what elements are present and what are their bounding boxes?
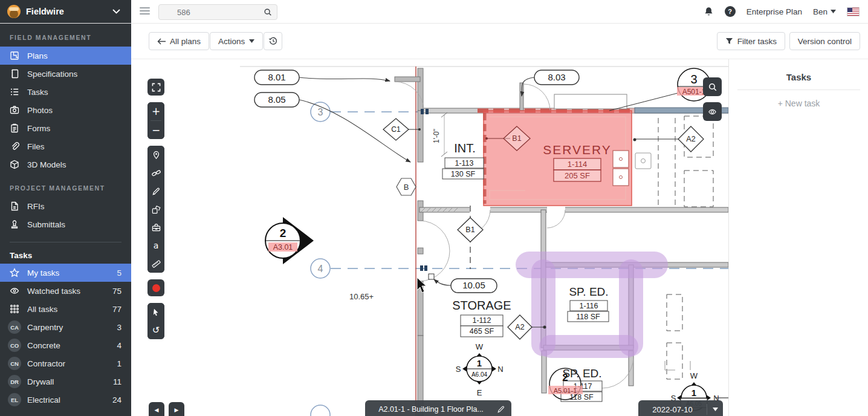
room-label-storage: STORAGE: [452, 299, 511, 312]
sidebar-item-rfis[interactable]: RFIs: [0, 197, 131, 215]
zoom-out-button[interactable]: −: [147, 121, 164, 139]
undo-icon: ↺: [152, 326, 160, 335]
stamp-icon: [10, 219, 19, 229]
pin-tool-button[interactable]: [147, 146, 164, 164]
all-plans-button[interactable]: All plans: [149, 32, 209, 50]
link-tool-button[interactable]: [147, 164, 164, 182]
room-number-servery: 1-114: [568, 160, 587, 169]
version-control-button[interactable]: Version control: [789, 32, 860, 50]
sidebar-item-carpentry[interactable]: CA Carpentry 3: [0, 318, 131, 336]
tasks-panel-title: Tasks: [729, 72, 868, 82]
top-bar: Fieldwire ? Enterprise Plan Ben: [0, 0, 868, 24]
count-badge: 1: [117, 359, 121, 368]
plan-viewer[interactable]: B1 SERVERY 1-114 205 SF A2 INT. 1-113 13…: [131, 59, 728, 416]
fullscreen-icon: [152, 83, 161, 92]
count-badge: 11: [113, 377, 121, 386]
sidebar-item-submittals[interactable]: Submittals: [0, 215, 131, 233]
sidebar-item-forms[interactable]: Forms: [0, 119, 131, 137]
all-plans-label: All plans: [170, 37, 201, 46]
user-menu[interactable]: Ben: [813, 7, 836, 16]
sidebar-item-photos[interactable]: Photos: [0, 101, 131, 119]
svg-text:2: 2: [280, 227, 287, 239]
grid-bubble-4-label: 4: [318, 264, 323, 274]
edit-pencil-icon[interactable]: [497, 405, 505, 414]
shapes-tool-button[interactable]: [147, 200, 164, 218]
section-field-management: FIELD MANAGEMENT: [0, 23, 131, 47]
plan-badge: Enterprise Plan: [747, 7, 802, 16]
sidebar-item-contractor[interactable]: CN Contractor 1: [0, 354, 131, 372]
zoom-in-button[interactable]: +: [147, 102, 164, 120]
new-task-button[interactable]: + New task: [729, 99, 868, 108]
sidebar-item-electrical[interactable]: EL Electrical 24: [0, 391, 131, 409]
caret-down-icon: [831, 10, 836, 13]
language-flag-icon[interactable]: [847, 7, 860, 16]
toggle-visibility-button[interactable]: [703, 102, 722, 121]
room-number-storage: 1-112: [472, 316, 491, 325]
sidebar-item-drywall[interactable]: DR Drywall 11: [0, 372, 131, 391]
section-project-management: PROJECT MANAGEMENT: [0, 174, 131, 197]
toolbox-button[interactable]: [147, 218, 164, 236]
tasks-list-icon: [10, 87, 19, 97]
category-badge: EL: [8, 393, 21, 406]
sidebar-item-label: Carpentry: [27, 323, 63, 332]
count-badge: 24: [112, 395, 121, 405]
text-tool-button[interactable]: a: [147, 236, 164, 255]
sidebar-item-3d-models[interactable]: 3D Models: [0, 155, 131, 174]
room-label-int: INT.: [454, 141, 476, 155]
sheet-nav: ◀ ▶: [149, 402, 184, 416]
plan-search-button[interactable]: [703, 77, 722, 96]
search-input[interactable]: [159, 7, 263, 18]
eye-icon: [10, 286, 19, 296]
sidebar-item-concrete[interactable]: CO Concrete 4: [0, 336, 131, 354]
sidebar-item-plans[interactable]: Plans: [0, 47, 131, 65]
svg-text:8.05: 8.05: [268, 94, 285, 105]
compass-marker-a604[interactable]: 1 A6.04 W S N E: [456, 342, 504, 397]
brand-menu[interactable]: Fieldwire: [0, 0, 131, 23]
history-button[interactable]: [264, 32, 282, 50]
filter-funnel-icon: [725, 37, 733, 45]
measure-tool-button[interactable]: [147, 255, 164, 273]
location-pin-icon: [152, 151, 161, 160]
next-sheet-button[interactable]: ▶: [169, 402, 184, 416]
fullscreen-button[interactable]: [147, 79, 164, 96]
sidebar: FIELD MANAGEMENT Plans Specifications Ta…: [0, 23, 131, 416]
prev-sheet-button[interactable]: ◀: [149, 402, 164, 416]
sidebar-item-label: Photos: [27, 106, 53, 115]
sidebar-item-all-tasks[interactable]: All tasks 77: [0, 300, 131, 318]
undo-button[interactable]: ↺: [147, 321, 164, 339]
link-icon: [152, 169, 161, 178]
magnifier-icon: [708, 82, 717, 92]
sidebar-item-files[interactable]: Files: [0, 137, 131, 155]
svg-text:N: N: [497, 365, 503, 374]
caret-down-icon: [713, 408, 718, 411]
cursor-icon: [152, 308, 160, 317]
section-marker-a301[interactable]: 2 A3.01: [265, 217, 314, 264]
sidebar-item-label: Concrete: [27, 341, 60, 350]
svg-text:C1: C1: [391, 125, 401, 134]
hamburger-menu-icon[interactable]: [140, 7, 150, 16]
record-button[interactable]: [147, 279, 164, 296]
svg-text:W: W: [476, 342, 484, 351]
notifications-bell-icon[interactable]: [704, 6, 714, 17]
search-icon[interactable]: [264, 8, 272, 16]
category-badge: DR: [8, 375, 21, 388]
sheet-title-pill[interactable]: A2.01-1 - Building 1 Floor Pla...: [365, 400, 511, 416]
floor-plan-svg: B1 SERVERY 1-114 205 SF A2 INT. 1-113 13…: [131, 59, 728, 416]
select-tool-button[interactable]: [147, 303, 164, 321]
version-date-dropdown[interactable]: [707, 408, 723, 411]
sidebar-item-specifications[interactable]: Specifications: [0, 65, 131, 83]
filter-tasks-button[interactable]: Filter tasks: [717, 32, 785, 50]
help-icon[interactable]: ?: [725, 6, 736, 17]
svg-text:E: E: [477, 388, 482, 397]
actions-button[interactable]: Actions: [210, 32, 263, 50]
sidebar-item-tasks[interactable]: Tasks: [0, 83, 131, 101]
minus-icon: −: [152, 125, 160, 135]
elevation-text: 10.65+: [349, 292, 374, 301]
pen-tool-button[interactable]: [147, 182, 164, 200]
version-date-pill[interactable]: 2022-07-10: [638, 400, 723, 416]
search-box[interactable]: [158, 4, 277, 20]
keynote-b1-lower: B1: [458, 206, 483, 269]
sidebar-item-watched-tasks[interactable]: Watched tasks 75: [0, 282, 131, 300]
svg-text:8.01: 8.01: [268, 72, 285, 82]
sidebar-item-my-tasks[interactable]: My tasks 5: [0, 264, 131, 282]
